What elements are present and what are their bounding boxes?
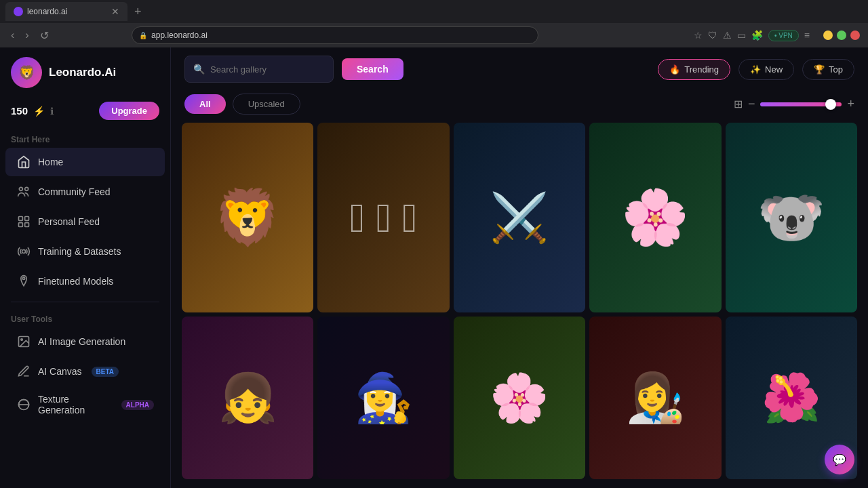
vpn-badge[interactable]: • VPN — [768, 30, 799, 41]
item-remix-button[interactable]: ⌘ — [789, 128, 808, 147]
community-icon — [16, 184, 31, 199]
zoom-slider[interactable] — [760, 102, 842, 106]
sidebar-item-personal-feed[interactable]: Personal Feed — [5, 207, 165, 236]
sidebar-item-finetuned[interactable]: Finetuned Models — [5, 267, 165, 296]
new-tab-button[interactable]: + — [130, 5, 146, 19]
back-button[interactable]: ‹ — [8, 28, 17, 43]
top-button[interactable]: 🏆 Top — [802, 59, 854, 80]
search-button[interactable]: Search — [342, 58, 403, 80]
gallery-item[interactable]: 👩‍🎨 ⌘ ✏ ⤢ — [589, 317, 721, 479]
sidebar-item-ai-image[interactable]: AI Image Generation — [5, 327, 165, 356]
search-box: 🔍 — [184, 56, 334, 83]
gallery-item[interactable]: 🌸 ⌘ ✏ ⤢ — [454, 317, 585, 479]
avatar: 🦁 — [11, 57, 42, 88]
gallery-item[interactable]: 🐨 ⌘ ✏ ⤢ — [726, 123, 857, 312]
upgrade-button[interactable]: Upgrade — [99, 102, 159, 120]
item-edit-button[interactable]: ✏ — [811, 322, 830, 341]
item-remix-button[interactable]: ⌘ — [403, 128, 422, 147]
item-expand-button[interactable]: ⤢ — [561, 128, 580, 147]
item-edit-button[interactable]: ✏ — [539, 128, 558, 147]
sidebar-item-community-feed[interactable]: Community Feed — [5, 178, 165, 206]
shield-icon[interactable]: 🛡 — [708, 30, 717, 41]
token-count: 150 — [11, 105, 28, 117]
texture-icon — [16, 397, 31, 412]
star-icon[interactable]: ☆ — [694, 30, 703, 41]
gallery-item[interactable]: ⚔️ ⌘ ✏ ⤢ — [454, 123, 585, 312]
filter-upscaled-button[interactable]: Upscaled — [233, 94, 300, 115]
refresh-button[interactable]: ↺ — [37, 28, 52, 43]
zoom-in-button[interactable]: + — [847, 97, 854, 111]
item-actions: ⌘ ✏ ⤢ — [595, 322, 715, 341]
item-remix-button[interactable]: ⌘ — [245, 322, 264, 341]
item-remix-button[interactable]: ⌘ — [517, 128, 536, 147]
token-info-icon[interactable]: ℹ — [50, 106, 54, 117]
item-actions: ⌘ ✏ ⤢ — [459, 128, 580, 147]
filter-all-button[interactable]: All — [184, 94, 226, 114]
gallery-item[interactable]: 🧙‍♀️ ✏ ⤢ — [317, 317, 449, 479]
ai-image-label: AI Image Generation — [38, 336, 125, 347]
app: 🦁 Leonardo.Ai 150 ⚡ ℹ Upgrade Start Here… — [0, 47, 868, 488]
sidebar-item-home[interactable]: Home — [5, 148, 165, 176]
svg-point-7 — [22, 277, 24, 279]
item-actions: ⌘ ✏ ⤢ — [595, 128, 715, 147]
item-remix-button[interactable]: ⌘ — [267, 128, 286, 147]
minimize-button[interactable]: — — [823, 30, 833, 40]
texture-badge: ALPHA — [121, 400, 154, 410]
sidebar-divider — [11, 302, 159, 302]
maximize-button[interactable]: ⬜ — [837, 30, 846, 40]
address-bar[interactable]: 🔒 app.leonardo.ai — [132, 26, 538, 44]
item-remix-button[interactable]: ⌘ — [517, 322, 536, 341]
sidebar-item-ai-canvas[interactable]: AI Canvas BETA — [5, 357, 165, 386]
item-edit-button[interactable]: ✏ — [811, 128, 830, 147]
new-button[interactable]: ✨ New — [738, 59, 794, 80]
reader-icon[interactable]: ▭ — [737, 30, 746, 41]
item-actions: ✏ ⤢ — [323, 322, 443, 341]
finetuned-icon — [16, 274, 31, 289]
close-button[interactable]: ✕ — [850, 30, 860, 40]
item-expand-button[interactable]: ⤢ — [425, 128, 444, 147]
item-edit-button[interactable]: ✏ — [675, 128, 694, 147]
item-actions: ⌘ ⤢ — [323, 128, 443, 147]
item-remix-button[interactable]: ⌘ — [654, 128, 673, 147]
chat-fab-button[interactable]: 💬 — [825, 445, 854, 474]
tab-close-button[interactable]: ✕ — [111, 6, 119, 17]
item-edit-button[interactable]: ✏ — [675, 322, 694, 341]
item-remix-button[interactable]: ⌘ — [789, 322, 808, 341]
alert-icon[interactable]: ⚠ — [723, 30, 732, 41]
item-expand-button[interactable]: ⤢ — [561, 322, 580, 341]
item-edit-button[interactable]: ✏ — [403, 322, 422, 341]
item-expand-button[interactable]: ⤢ — [697, 322, 716, 341]
trending-icon: 🔥 — [669, 64, 680, 75]
community-feed-label: Community Feed — [38, 186, 111, 197]
active-tab[interactable]: leonardo.ai ✕ — [5, 2, 127, 21]
sidebar-item-texture[interactable]: Texture Generation ALPHA — [5, 387, 165, 422]
sidebar-item-training[interactable]: Training & Datasets — [5, 237, 165, 266]
url-text: app.leonardo.ai — [151, 30, 208, 40]
zoom-out-button[interactable]: − — [748, 97, 755, 111]
view-controls: ⊞ − + — [734, 97, 854, 111]
forward-button[interactable]: › — [22, 28, 31, 43]
extension-icon[interactable]: 🧩 — [751, 30, 763, 41]
item-expand-button[interactable]: ⤢ — [833, 128, 852, 147]
trending-button[interactable]: 🔥 Trending — [658, 59, 730, 80]
new-label: New — [765, 64, 783, 75]
item-expand-button[interactable]: ⤢ — [425, 322, 444, 341]
gallery: 🦁 ⌘ ⤢ 𓂀 𓆣 𓃒 ⌘ ⤢ — [171, 123, 868, 488]
search-input[interactable] — [210, 64, 312, 75]
ai-canvas-label: AI Canvas — [38, 366, 82, 377]
item-expand-button[interactable]: ⤢ — [833, 322, 852, 341]
gallery-item[interactable]: 𓂀 𓆣 𓃒 ⌘ ⤢ — [317, 123, 449, 312]
item-edit-button[interactable]: ✏ — [539, 322, 558, 341]
item-expand-button[interactable]: ⤢ — [697, 128, 716, 147]
item-edit-button[interactable]: ✏ — [267, 322, 286, 341]
item-expand-button[interactable]: ⤢ — [289, 322, 308, 341]
gallery-item[interactable]: 🌸 ⌘ ✏ ⤢ — [589, 123, 721, 312]
user-tools-label: User Tools — [0, 308, 170, 327]
search-icon: 🔍 — [193, 64, 205, 75]
grid-view-icon[interactable]: ⊞ — [734, 98, 743, 110]
menu-icon[interactable]: ≡ — [804, 30, 810, 41]
item-remix-button[interactable]: ⌘ — [654, 322, 673, 341]
gallery-item[interactable]: 🦁 ⌘ ⤢ — [182, 123, 313, 312]
gallery-item[interactable]: 👧 ⌘ ✏ ⤢ — [182, 317, 313, 479]
item-expand-button[interactable]: ⤢ — [289, 128, 308, 147]
